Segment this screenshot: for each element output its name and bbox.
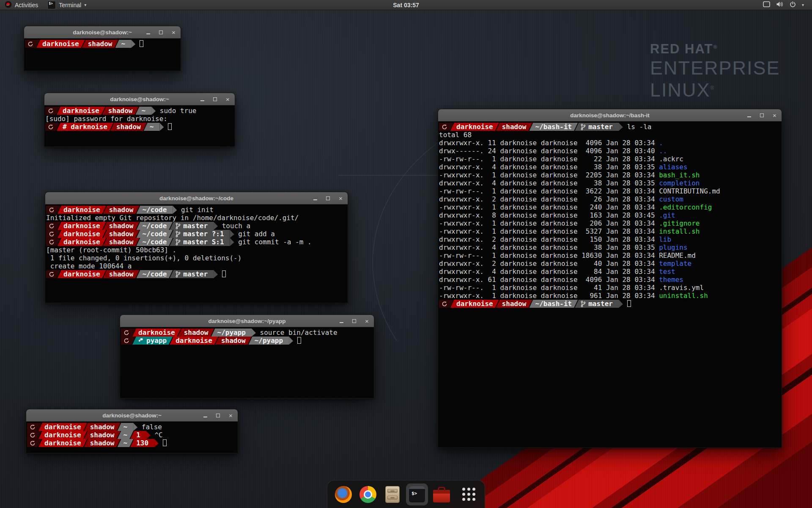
window-titlebar[interactable]: darknoise@shadow:~× — [24, 26, 181, 39]
command-text: ^C — [151, 431, 163, 439]
terminal-line: darknoiseshadow~ sudo true — [45, 107, 235, 115]
file-name: README.md — [659, 251, 696, 260]
distro-icon — [48, 108, 54, 114]
git-branch-icon — [581, 301, 586, 307]
terminal-window-code[interactable]: darknoise@shadow:~/code×darknoiseshadow~… — [45, 192, 348, 303]
window-titlebar[interactable]: darknoise@shadow:~× — [44, 93, 235, 105]
git-branch-icon — [176, 239, 181, 246]
terminal-window-pyapp[interactable]: darknoise@shadow:~/pyapp×darknoiseshadow… — [120, 315, 374, 398]
window-title: darknoise@shadow:~ — [110, 96, 169, 102]
terminal-line: [sudo] password for darknoise: — [45, 115, 235, 123]
window-minimize-button[interactable] — [746, 113, 752, 118]
terminal-content[interactable]: darknoiseshadow~ falsedarknoiseshadow~1 … — [26, 422, 238, 453]
redhat-icon — [5, 1, 12, 9]
dock-item-firefox[interactable] — [332, 483, 354, 505]
window-maximize-button[interactable] — [212, 97, 218, 102]
terminal-window-home-small[interactable]: darknoise@shadow:~×darknoiseshadow~ — [24, 26, 181, 71]
window-minimize-button[interactable] — [339, 318, 344, 324]
app-menu-label: Terminal — [59, 2, 81, 8]
window-close-button[interactable]: × — [228, 413, 233, 418]
python-icon — [138, 338, 144, 343]
firefox-icon — [335, 486, 352, 503]
window-close-button[interactable]: × — [364, 318, 370, 324]
window-maximize-button[interactable] — [325, 196, 331, 201]
app-menu-button[interactable]: $> Terminal ▾ — [43, 0, 91, 10]
window-close-button[interactable]: × — [171, 30, 176, 35]
terminal-line: # darknoiseshadow~ — [45, 123, 235, 131]
activities-button[interactable]: Activities — [0, 0, 43, 10]
minimize-icon — [340, 322, 343, 323]
distro-icon — [30, 424, 36, 430]
dock-item-terminal[interactable]: $> — [406, 483, 428, 505]
chevron-down-icon: ▾ — [802, 3, 804, 7]
window-minimize-button[interactable] — [200, 97, 205, 102]
file-meta: -rw-rw-r--. 1 darknoise darknoise 18630 … — [439, 251, 659, 260]
screen-icon — [763, 1, 770, 8]
terminal-icon: $> — [409, 486, 425, 503]
window-close-button[interactable]: × — [772, 113, 777, 118]
file-meta: drwxrwxr-x. 4 darknoise darknoise 38 Jan… — [439, 243, 659, 251]
prompt-segment-host: shadow — [178, 329, 214, 337]
window-title: darknoise@shadow:~ — [102, 412, 162, 419]
terminal-line: darknoiseshadow~/bash-itmaster ls -la — [439, 123, 782, 131]
window-maximize-button[interactable] — [351, 318, 357, 324]
file-meta: -rw-rw-r--. 1 darknoise darknoise 22 Jan… — [439, 155, 659, 163]
terminal-window-exitcodes[interactable]: darknoise@shadow:~×darknoiseshadow~ fals… — [26, 409, 238, 453]
maximize-icon — [213, 97, 217, 101]
file-name: template — [659, 260, 691, 268]
file-name: .ackrc — [659, 155, 683, 163]
terminal-content[interactable]: darknoiseshadow~/bash-itmaster ls -latot… — [438, 121, 782, 447]
window-titlebar[interactable]: darknoise@shadow:~× — [26, 409, 238, 422]
file-meta: drwxrwxr-x. 8 darknoise darknoise 163 Ja… — [439, 211, 659, 219]
window-minimize-button[interactable] — [145, 30, 151, 35]
window-minimize-button[interactable] — [313, 196, 318, 201]
terminal-line: darknoiseshadow~/codemaster S:1 git comm… — [46, 238, 348, 246]
window-maximize-button[interactable] — [759, 113, 765, 118]
dock-item-toolbox[interactable] — [431, 483, 453, 505]
file-name: themes — [659, 276, 683, 284]
terminal-line: darknoiseshadow~1 ^C — [27, 431, 238, 439]
dock-item-files[interactable] — [381, 483, 403, 505]
window-close-button[interactable]: × — [338, 196, 343, 201]
terminal-line: 1 file changed, 0 insertions(+), 0 delet… — [46, 254, 348, 262]
maximize-icon — [760, 113, 764, 117]
window-titlebar[interactable]: darknoise@shadow:~/bash-it× — [438, 109, 782, 121]
prompt-segment-user: darknoise — [450, 300, 499, 308]
distro-icon — [30, 432, 36, 438]
window-maximize-button[interactable] — [215, 413, 221, 418]
prompt-arrow-icon — [289, 337, 293, 345]
chevron-down-icon: ▾ — [84, 3, 86, 7]
dock-item-chrome[interactable] — [357, 483, 379, 505]
prompt-segment-host: shadow — [103, 270, 140, 278]
prompt-segment-host: shadow — [103, 238, 140, 246]
window-titlebar[interactable]: darknoise@shadow:~/pyapp× — [120, 315, 374, 327]
window-minimize-button[interactable] — [203, 413, 208, 418]
distro-icon — [442, 124, 447, 130]
distro-icon — [49, 207, 55, 213]
window-maximize-button[interactable] — [158, 30, 164, 35]
terminal-content[interactable]: darknoiseshadow~ — [24, 39, 181, 71]
window-close-button[interactable]: × — [225, 97, 230, 102]
terminal-content[interactable]: darknoiseshadow~ sudo true[sudo] passwor… — [44, 105, 235, 146]
terminal-content[interactable]: darknoiseshadow~/pyapp source bin/activa… — [120, 327, 374, 398]
file-name: CONTRIBUTING.md — [659, 187, 720, 195]
file-meta: drwxrwxr-x. 61 darknoise darknoise 4096 … — [439, 276, 659, 284]
maximize-icon — [352, 319, 356, 323]
terminal-window-bash-it[interactable]: darknoise@shadow:~/bash-it×darknoiseshad… — [438, 109, 782, 448]
prompt-segment-git: master — [575, 300, 619, 308]
terminal-content[interactable]: darknoiseshadow~/code git initInitialize… — [45, 204, 348, 303]
dock-item-app-grid[interactable] — [458, 483, 480, 505]
system-status-area[interactable]: ▾ — [758, 0, 809, 10]
prompt-segment-exit-code: 130 — [130, 439, 154, 447]
file-meta: -rwxrwxr-x. 1 darknoise darknoise 5327 J… — [439, 227, 659, 235]
prompt-segment-host: shadow — [84, 431, 121, 439]
terminal-window-sudo[interactable]: darknoise@shadow:~×darknoiseshadow~ sudo… — [44, 93, 235, 147]
terminal-line: -rwxrwxr-x. 1 darknoise darknoise 2205 J… — [439, 171, 782, 179]
terminal-line: darknoiseshadow~/codemaster — [46, 270, 348, 278]
prompt-segment-path: ~/pyapp — [211, 329, 252, 337]
window-titlebar[interactable]: darknoise@shadow:~/code× — [45, 192, 348, 204]
prompt-segment-path: ~/code — [137, 206, 173, 214]
file-name: .travis.yml — [659, 284, 704, 292]
prompt-segment-git: master S:1 — [170, 238, 230, 246]
clock[interactable]: Sat 03:57 — [388, 0, 423, 10]
